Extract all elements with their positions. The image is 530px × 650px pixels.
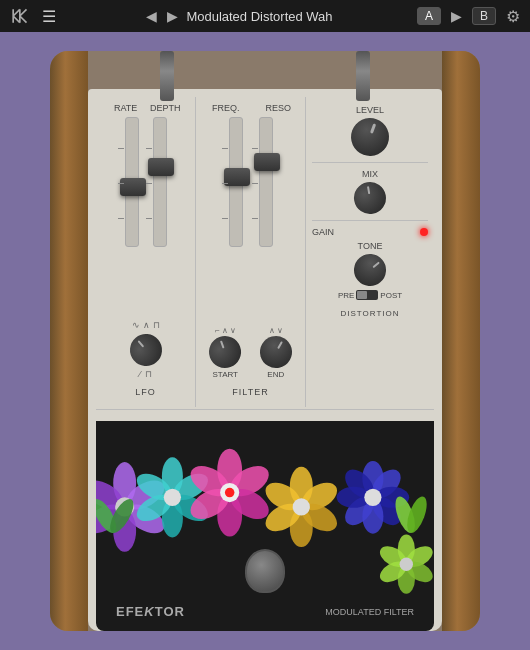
mix-knob[interactable]	[351, 179, 388, 216]
efektor-text: EFEKTOR	[116, 604, 185, 619]
efektor-label: EFE	[116, 604, 144, 619]
pre-post-toggle[interactable]	[356, 290, 378, 300]
wave-sine: ∿	[132, 320, 140, 330]
svg-point-23	[225, 488, 235, 498]
tone-knob[interactable]	[347, 247, 392, 292]
mix-divider	[312, 220, 428, 221]
top-bar-left: ☰	[8, 5, 60, 28]
leaf-right	[391, 494, 430, 535]
distortion-label: DISTORTION	[340, 309, 399, 318]
prev-preset-button[interactable]: ◀	[144, 6, 159, 26]
freq-reso-faders: FREQ. RESO	[204, 97, 297, 247]
level-label: LEVEL	[356, 105, 384, 115]
wave-symbols-2: ∕ ⊓	[139, 369, 152, 379]
rate-depth-faders: RATE DEPTH	[102, 97, 189, 247]
wave-s-h: ⊓	[145, 369, 152, 379]
product-text: MODULATED FILTER	[325, 607, 414, 619]
end-knob[interactable]	[254, 330, 298, 374]
start-wave-symbols: ⌐ ∧ ∨	[215, 326, 236, 335]
freq-panel: FREQ. RESO	[196, 97, 306, 407]
rate-fader-thumb[interactable]	[120, 178, 146, 196]
level-panel: LEVEL MIX GAIN	[306, 97, 434, 407]
freq-label: FREQ.	[212, 103, 240, 113]
lfo-section-label: LFO	[96, 381, 195, 399]
footswitch[interactable]	[245, 549, 285, 593]
rate-fader-track[interactable]	[125, 117, 139, 247]
lfo-controls: ∿ ∧ ⊓ ∕ ⊓	[96, 320, 195, 379]
cable-left	[160, 51, 174, 101]
wood-right	[442, 51, 480, 631]
depth-fader-track[interactable]	[153, 117, 167, 247]
tone-control: TONE	[312, 241, 428, 286]
mix-control: MIX	[312, 169, 428, 214]
top-bar-center: ◀ ▶ Modulated Distorted Wah	[144, 6, 332, 26]
top-bar: ☰ ◀ ▶ Modulated Distorted Wah A ▶ B ⚙	[0, 0, 530, 32]
efektor-k: K	[144, 604, 154, 619]
depth-label: DEPTH	[150, 103, 181, 113]
post-label: POST	[380, 291, 402, 300]
wood-left	[50, 51, 88, 631]
filter-controls: ⌐ ∧ ∨ START ∧ ∨	[196, 326, 305, 379]
reso-label: RESO	[265, 103, 291, 113]
reso-fader-col	[259, 117, 273, 247]
flower-art	[96, 421, 434, 631]
settings-button[interactable]: ⚙	[504, 5, 522, 28]
tone-label: TONE	[358, 241, 383, 251]
level-divider	[312, 162, 428, 163]
preset-b-button[interactable]: B	[472, 7, 496, 25]
end-label: END	[267, 370, 284, 379]
lfo-rate-knob[interactable]	[123, 327, 168, 372]
freq-fader-track[interactable]	[229, 117, 243, 247]
svg-point-15	[164, 489, 181, 506]
rate-fader-col	[125, 117, 139, 247]
start-knob[interactable]	[205, 331, 246, 372]
wave-symbols: ∿ ∧ ⊓	[132, 320, 160, 330]
freq-fader-col	[229, 117, 243, 247]
level-control: LEVEL	[312, 105, 428, 156]
flower-4	[261, 467, 342, 547]
top-bar-right: A ▶ B ⚙	[417, 5, 522, 28]
gain-row: GAIN	[312, 227, 428, 237]
level-knob[interactable]	[346, 113, 395, 162]
main-panel: RATE DEPTH	[88, 89, 442, 631]
wave-ramp: ∕	[139, 369, 141, 379]
svg-point-39	[364, 489, 381, 506]
kk-logo	[8, 5, 30, 27]
controls-area: RATE DEPTH	[96, 97, 434, 407]
start-control: ⌐ ∧ ∨ START	[209, 326, 241, 379]
next-preset-button[interactable]: ▶	[165, 6, 180, 26]
svg-point-30	[293, 498, 310, 515]
end-control: ∧ ∨ END	[260, 326, 292, 379]
pedal-wrapper: RATE DEPTH	[0, 32, 530, 650]
svg-point-48	[400, 558, 413, 571]
preset-title: Modulated Distorted Wah	[186, 9, 332, 24]
pre-label: PRE	[338, 291, 354, 300]
reso-fader-thumb[interactable]	[254, 153, 280, 171]
wave-sq: ⊓	[153, 320, 160, 330]
filter-label: FILTER	[232, 387, 268, 397]
gain-led	[420, 228, 428, 236]
depth-fader-col	[153, 117, 167, 247]
flower-section: EFEKTOR MODULATED FILTER	[96, 421, 434, 631]
cable-right	[356, 51, 370, 101]
start-label: START	[213, 370, 238, 379]
mix-label: MIX	[362, 169, 378, 179]
end-wave-symbols: ∧ ∨	[269, 326, 283, 335]
menu-button[interactable]: ☰	[38, 5, 60, 28]
preset-a-button[interactable]: A	[417, 7, 441, 25]
wave-tri: ∧	[143, 320, 150, 330]
main-divider	[96, 409, 434, 410]
efektor-tor: TOR	[155, 604, 185, 619]
rate-label: RATE	[114, 103, 137, 113]
flower-6	[376, 535, 434, 594]
distortion-label-container: DISTORTION	[312, 302, 428, 320]
pre-post-row: PRE POST	[312, 290, 428, 300]
depth-fader-thumb[interactable]	[148, 158, 174, 176]
pedal: RATE DEPTH	[50, 51, 480, 631]
reso-fader-track[interactable]	[259, 117, 273, 247]
lfo-label: LFO	[135, 387, 156, 397]
gain-label: GAIN	[312, 227, 334, 237]
lfo-panel: RATE DEPTH	[96, 97, 196, 407]
filter-section-label: FILTER	[196, 381, 305, 399]
copy-preset-button[interactable]: ▶	[449, 6, 464, 26]
